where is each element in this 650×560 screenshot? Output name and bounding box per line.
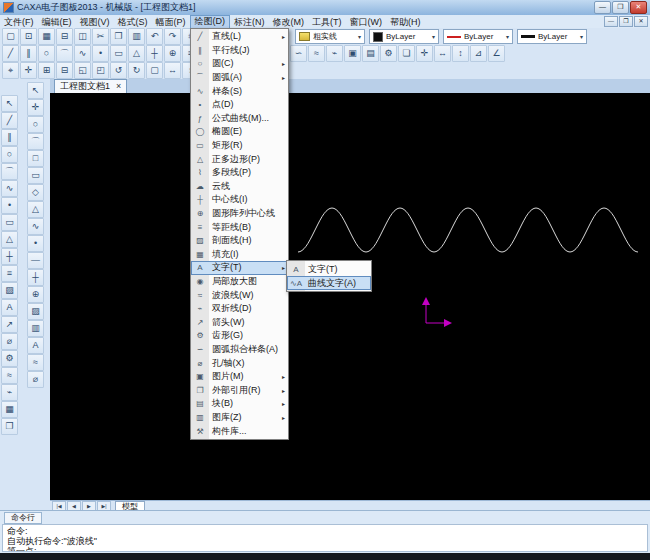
style-combo[interactable]: ByLayer ▾ [517,29,587,44]
tool-icon[interactable]: ▨ [27,303,44,320]
tool-icon[interactable]: □ [27,150,44,167]
toolbar-icon[interactable]: ⊟ [56,62,73,79]
chevron-down-icon[interactable]: ▾ [432,33,435,40]
chevron-down-icon[interactable]: ▾ [580,33,583,40]
draw-menu-item[interactable]: ↗ 箭头(W) ▸ [191,315,288,329]
draw-menu-item[interactable]: ∥ 平行线(J) ▸ [191,44,288,58]
tool-icon[interactable]: ▭ [1,214,18,231]
toolbar-icon[interactable]: ⌁ [326,45,343,62]
tool-icon[interactable]: ≈ [27,354,44,371]
toolbar-icon[interactable]: ▢ [146,62,163,79]
toolbar-icon[interactable]: ⊞ [38,62,55,79]
toolbar-icon[interactable]: ┼ [146,45,163,62]
draw-menu-item[interactable]: ⌒ 圆弧(A) ▸ [191,71,288,85]
tool-icon[interactable]: ⌀ [1,333,18,350]
toolbar-icon[interactable]: ✛ [20,62,37,79]
tool-icon[interactable]: ▭ [27,167,44,184]
tool-icon[interactable]: ↖ [27,82,44,99]
toolbar-icon[interactable]: ◰ [92,62,109,79]
tool-icon[interactable]: ┼ [27,269,44,286]
tool-icon[interactable]: ╱ [1,112,18,129]
tool-icon[interactable]: ⌒ [1,163,18,180]
tool-icon[interactable]: ✛ [27,99,44,116]
toolbar-icon[interactable]: ∿ [74,45,91,62]
tool-icon[interactable]: A [27,337,44,354]
chevron-down-icon[interactable]: ▾ [358,33,361,40]
draw-menu-item[interactable]: ⌁ 双折线(D) ▸ [191,302,288,316]
toolbar-icon[interactable]: ✛ [416,45,433,62]
menubar-item[interactable]: 编辑(E) [38,16,76,28]
tool-icon[interactable]: A [1,299,18,316]
draw-menu-item[interactable]: ┼ 中心线(I) ▸ [191,193,288,207]
minimize-button[interactable]: — [594,1,611,14]
draw-menu-item[interactable]: ▭ 矩形(R) ▸ [191,139,288,153]
draw-menu-item[interactable]: ▣ 图片(M) ▸ [191,370,288,384]
draw-menu-item[interactable]: ⊕ 圆形阵列中心线 ▸ [191,207,288,221]
toolbar-icon[interactable]: ◱ [74,62,91,79]
menubar-item[interactable]: 标注(N) [230,16,269,28]
tool-icon[interactable]: △ [27,201,44,218]
toolbar-icon[interactable]: ↕ [452,45,469,62]
draw-menu-item[interactable]: ⌀ 孔/轴(X) ▸ [191,356,288,370]
mdi-close-button[interactable]: ✕ [634,16,648,27]
tool-icon[interactable]: ∿ [27,218,44,235]
document-tab[interactable]: 工程图文档1 × [54,79,127,93]
menubar-item[interactable]: 文件(F) [0,16,38,28]
tool-icon[interactable]: ❐ [1,418,18,435]
toolbar-icon[interactable]: ∥ [20,45,37,62]
toolbar-icon[interactable]: ❐ [110,28,127,45]
toolbar-icon[interactable]: ◫ [74,28,91,45]
toolbar-icon[interactable]: ╱ [2,45,19,62]
draw-menu-item[interactable]: ▤ 块(B) ▸ [191,397,288,411]
menubar-item[interactable]: 格式(S) [114,16,152,28]
menubar-item[interactable]: 帮助(H) [386,16,425,28]
tool-icon[interactable]: ≡ [1,265,18,282]
command-line-area[interactable]: 命令:自动执行命令:"波浪线"第一点: [2,524,648,552]
tool-icon[interactable]: ┼ [1,248,18,265]
draw-menu-item[interactable]: ≡ 等距线(B) ▸ [191,220,288,234]
toolbar-icon[interactable]: ❏ [398,45,415,62]
toolbar-icon[interactable]: ⊡ [20,28,37,45]
text-submenu-item[interactable]: ∿A 曲线文字(A) [287,276,371,290]
toolbar-icon[interactable]: ✂ [92,28,109,45]
close-button[interactable]: ✕ [630,1,647,14]
tool-icon[interactable]: ⚙ [1,350,18,367]
toolbar-icon[interactable]: ▦ [38,28,55,45]
tool-icon[interactable]: ≈ [1,367,18,384]
draw-menu-item[interactable]: ▨ 剖面线(H) ▸ [191,234,288,248]
style-combo[interactable]: ByLayer ▾ [369,29,439,44]
toolbar-icon[interactable]: ⌖ [2,62,19,79]
toolbar-icon[interactable]: ↺ [110,62,127,79]
draw-menu-item[interactable]: ⌇ 多段线(P) ▸ [191,166,288,180]
draw-menu-item[interactable]: ❐ 外部引用(R) ▸ [191,383,288,397]
tool-icon[interactable]: ○ [27,116,44,133]
draw-menu-item[interactable]: A 文字(T) ▸ [191,261,288,275]
toolbar-icon[interactable]: ▥ [128,28,145,45]
toolbar-icon[interactable]: △ [128,45,145,62]
maximize-button[interactable]: ❐ [612,1,629,14]
draw-menu-item[interactable]: ☁ 云线 ▸ [191,180,288,194]
tool-icon[interactable]: ↖ [1,95,18,112]
toolbar-icon[interactable]: ∽ [290,45,307,62]
menubar-item[interactable]: 绘图(D) [190,15,231,29]
draw-menu-item[interactable]: ○ 圆(C) ▸ [191,57,288,71]
tool-icon[interactable]: ○ [1,146,18,163]
draw-menu-item[interactable]: ⚙ 齿形(G) ▸ [191,329,288,343]
draw-menu-item[interactable]: ▥ 图库(Z) ▸ [191,411,288,425]
tool-icon[interactable]: ▥ [27,320,44,337]
drawing-canvas[interactable] [50,93,650,500]
style-combo[interactable]: 粗实线 ▾ [295,29,365,44]
draw-menu-item[interactable]: ╱ 直线(L) ▸ [191,30,288,44]
toolbar-icon[interactable]: ⊕ [164,45,181,62]
tool-icon[interactable]: ↗ [1,316,18,333]
style-combo[interactable]: ByLayer ▾ [443,29,513,44]
tool-icon[interactable]: ⌀ [27,371,44,388]
tool-icon[interactable]: ∥ [1,129,18,146]
draw-menu-item[interactable]: ⚒ 构件库... ▸ [191,424,288,438]
tool-icon[interactable]: ∿ [1,180,18,197]
toolbar-icon[interactable]: ▭ [110,45,127,62]
mdi-minimize-button[interactable]: — [604,16,618,27]
tool-icon[interactable]: — [27,252,44,269]
draw-menu-item[interactable]: ƒ 公式曲线(M)... ▸ [191,112,288,126]
text-submenu-item[interactable]: A 文字(T) [287,262,371,276]
